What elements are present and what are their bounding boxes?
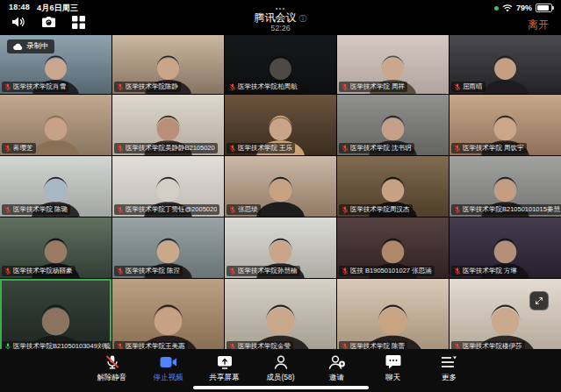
meeting-title-block[interactable]: 腾讯会议ⓘ 52:26: [255, 12, 307, 33]
participant-name: 医学技术学院孙慧楠: [238, 267, 298, 275]
signal-dot-icon: [494, 6, 499, 11]
wifi-icon: [502, 4, 513, 12]
participant-tile[interactable]: 医学技术学院周汉杰: [337, 156, 449, 217]
muted-mic-icon: [104, 353, 120, 370]
mic-status-icon: [454, 267, 461, 274]
info-icon[interactable]: ⓘ: [299, 14, 307, 23]
status-indicators: 79%: [494, 4, 552, 12]
mic-status-icon: [342, 206, 349, 213]
participant-tile[interactable]: 医学技术学院 周祥: [337, 35, 449, 94]
chat-label: 聊天: [385, 373, 400, 383]
home-indicator[interactable]: [193, 386, 369, 389]
participant-tile[interactable]: 医学技术学院 陈璐: [0, 156, 111, 217]
speaker-output-button[interactable]: [11, 15, 26, 29]
participant-name-tag: 医学技术学院吴静静B2105020: [114, 143, 218, 153]
participant-tile[interactable]: 医学技术学院吴静静B2105020: [112, 95, 224, 155]
invite-label: 邀请: [329, 373, 344, 383]
participant-name-tag: 医学技术学院 陈璐: [2, 204, 70, 215]
stop-video-label: 停止视频: [154, 373, 183, 383]
participant-name: 医学技术学院 周祥: [350, 82, 405, 91]
battery-percent: 79%: [516, 4, 532, 12]
participant-tile[interactable]: 医学技术学院王美惠: [112, 279, 224, 353]
participant-name: 屈雨晴: [463, 82, 483, 91]
video-camera-icon: [160, 353, 177, 370]
participant-name: 医学技术学院 陈璐: [13, 205, 68, 214]
participant-tile[interactable]: 张思琰: [225, 156, 336, 217]
participant-tile[interactable]: 医学技术学院B21050101015姜慧: [450, 156, 561, 217]
participant-name: 医学技术学院吴静静B2105020: [126, 144, 215, 153]
mic-status-icon: [342, 83, 349, 90]
participants-label: 成员(58): [266, 373, 294, 383]
participant-tile[interactable]: 医学技术学院杨丽豪: [0, 217, 111, 278]
participant-tile[interactable]: 医学技术学院孙慧楠: [225, 217, 336, 278]
participant-tile[interactable]: 医学技术学院 沈书玥: [337, 95, 449, 155]
participant-tile[interactable]: 医学技术学院柏周航: [225, 35, 336, 94]
chat-icon: [385, 353, 401, 370]
share-screen-icon: [217, 353, 233, 370]
mic-status-icon: [229, 206, 236, 213]
invite-button[interactable]: 邀请: [314, 353, 360, 383]
more-label: 更多: [442, 373, 457, 383]
mic-status-icon: [117, 267, 124, 274]
mic-status-icon: [117, 83, 124, 90]
participant-name: 医学技术学院周汉杰: [350, 205, 410, 214]
participant-name: 医学技术学院陈静: [126, 82, 178, 91]
participant-tile[interactable]: 医学技术学院陈静: [112, 35, 224, 94]
recording-badge[interactable]: 录制中: [7, 39, 54, 53]
share-screen-button[interactable]: 共享屏幕: [202, 353, 248, 383]
participant-name: 医学技术学院 沈书玥: [350, 144, 412, 153]
participant-tile[interactable]: 医学技术学院 方琳: [450, 217, 561, 278]
participant-name: 张思琰: [238, 205, 258, 214]
participant-tile[interactable]: 医学技术学院 王乐: [225, 95, 336, 155]
participant-tile[interactable]: 医学技术学院 陈涅: [112, 217, 224, 278]
mic-status-icon: [117, 206, 124, 213]
chat-button[interactable]: 聊天: [370, 353, 416, 383]
leave-button[interactable]: 离开: [528, 18, 549, 32]
participant-name-tag: 屈雨晴: [451, 82, 485, 92]
participant-name-tag: 蒋璎芝: [2, 143, 36, 153]
participant-name: 医学技术学院肖雪: [13, 82, 66, 91]
unmute-button[interactable]: 解除静音: [90, 353, 135, 383]
battery-icon: [536, 4, 552, 12]
layout-grid-button[interactable]: [70, 15, 86, 29]
more-icon: [441, 353, 457, 370]
participant-name-tag: 医学技术学院丁赞钰@2005020: [114, 204, 219, 215]
participant-tile[interactable]: 屈雨晴: [450, 35, 561, 94]
participant-tile[interactable]: 医学技术学院楼伊莎: [450, 279, 561, 353]
participant-tile[interactable]: 医学技术学院金莹: [225, 279, 336, 353]
participant-tile[interactable]: 医学技术学院B21050103049刘毓: [0, 279, 111, 353]
share-screen-label: 共享屏幕: [210, 373, 240, 383]
stop-video-button[interactable]: 停止视频: [146, 353, 191, 383]
participant-name-tag: 医学技术学院肖雪: [2, 82, 68, 92]
participant-name-tag: 医学技术学院杨丽豪: [2, 266, 76, 276]
mic-status-icon: [454, 206, 461, 213]
mic-status-icon: [454, 83, 461, 90]
mic-status-icon: [117, 145, 124, 152]
participant-tile[interactable]: 医学技术学院 周饮宇: [450, 95, 561, 155]
mic-status-icon: [229, 83, 236, 90]
mic-status-icon: [4, 145, 11, 152]
participant-tile[interactable]: 医技 B19050101027 张思涵: [337, 217, 449, 278]
participants-button[interactable]: 成员(58): [258, 353, 304, 383]
participants-icon: [273, 353, 289, 370]
mic-status-icon: [342, 267, 349, 274]
switch-view-button[interactable]: [529, 291, 549, 310]
switch-camera-button[interactable]: [40, 15, 56, 29]
participant-tile[interactable]: 蒋璎芝: [0, 95, 111, 155]
meeting-timer: 52:26: [255, 25, 307, 33]
participant-name-tag: 医学技术学院 王乐: [227, 143, 295, 153]
participant-name: 医学技术学院B21050101015姜慧: [463, 205, 560, 214]
mic-status-icon: [4, 267, 11, 274]
more-button[interactable]: 更多: [427, 353, 472, 383]
participant-name: 医学技术学院杨丽豪: [13, 267, 73, 275]
participant-tile[interactable]: 医学技术学院 陈蕾: [337, 279, 449, 353]
participant-tile[interactable]: 医学技术学院丁赞钰@2005020: [112, 156, 224, 217]
mic-status-icon: [229, 267, 236, 274]
participant-name-tag: 医学技术学院周汉杰: [339, 204, 413, 215]
participant-name: 蒋璎芝: [13, 144, 33, 153]
cloud-recording-icon: [12, 43, 23, 51]
participant-name-tag: 医学技术学院 沈书玥: [339, 143, 414, 153]
participant-name: 医学技术学院 王乐: [238, 144, 292, 153]
mic-status-icon: [342, 145, 349, 152]
participant-name-tag: 医学技术学院 方琳: [451, 266, 520, 276]
